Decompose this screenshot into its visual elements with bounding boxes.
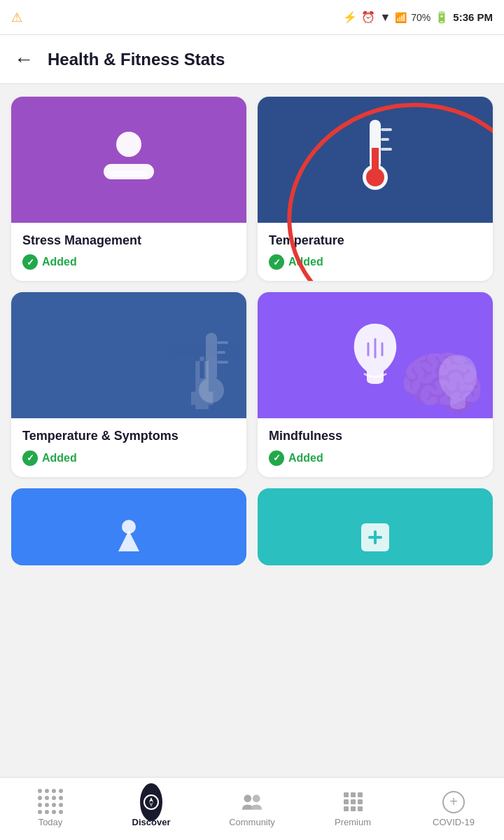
svg-marker-24 <box>149 797 153 802</box>
temperature-check-icon <box>269 254 284 270</box>
today-label: Today <box>38 817 63 827</box>
battery-percentage: 70% <box>411 12 430 23</box>
svg-point-27 <box>253 794 260 802</box>
svg-point-12 <box>199 378 224 403</box>
nav-item-discover[interactable]: Discover <box>116 791 186 827</box>
temp-symptoms-card-body: Temperature & Symptoms Added <box>11 418 246 476</box>
stress-card-body: Stress Management Added <box>11 223 246 281</box>
status-bar: ⚠ ⚡ ⏰ ▼ 📶 70% 🔋 5:36 PM <box>0 0 504 35</box>
back-button[interactable]: ← <box>14 50 34 69</box>
signal-icon: 📶 <box>395 12 407 23</box>
battery-icon: 🔋 <box>435 11 449 24</box>
stress-icon <box>94 125 164 195</box>
people-icon <box>241 792 263 812</box>
partial-card-2 <box>258 488 493 565</box>
temperature-card-title: Temperature <box>269 233 482 249</box>
mindfulness-card-image <box>258 292 493 418</box>
stress-added-badge: Added <box>22 254 235 270</box>
covid19-icon: + <box>442 791 465 813</box>
stress-added-label: Added <box>42 256 77 268</box>
header: ← Health & Fitness Stats <box>0 35 504 84</box>
discover-btn <box>140 783 162 821</box>
temp-symptoms-check-icon <box>22 450 38 466</box>
cards-grid: Stress Management Added <box>0 84 504 578</box>
partial-card-1 <box>11 488 246 565</box>
clock: 5:36 PM <box>453 11 493 23</box>
mindfulness-added-label: Added <box>288 452 323 464</box>
stress-check-icon <box>22 254 38 270</box>
dot-grid-icon <box>38 789 64 815</box>
bottom-nav: Today Discover Comm <box>0 777 504 840</box>
svg-rect-2 <box>109 171 148 177</box>
temp-symptoms-bg-icon <box>183 327 239 418</box>
partial-card-2-icon <box>351 516 400 558</box>
partial-card-1-icon <box>104 516 153 558</box>
community-label: Community <box>229 817 275 827</box>
status-bar-right: ⚡ ⏰ ▼ 📶 70% 🔋 5:36 PM <box>343 11 493 24</box>
temp-symptoms-card-image <box>11 292 246 418</box>
temp-symptoms-added-badge: Added <box>22 450 235 466</box>
temp-symptoms-card[interactable]: Temperature & Symptoms Added <box>11 292 246 476</box>
mindfulness-bg-icon <box>426 348 489 418</box>
bluetooth-icon: ⚡ <box>343 11 357 24</box>
nav-item-covid19[interactable]: + COVID-19 <box>419 791 489 827</box>
temperature-card-image <box>258 97 493 223</box>
mindfulness-card[interactable]: Mindfulness Added <box>258 292 493 476</box>
temperature-card[interactable]: Temperature Added <box>258 97 493 281</box>
wifi-icon: ▼ <box>379 11 391 24</box>
mindfulness-card-body: Mindfulness Added <box>258 418 493 476</box>
premium-icon <box>342 791 364 813</box>
stress-management-card[interactable]: Stress Management Added <box>11 97 246 281</box>
warning-icon: ⚠ <box>11 10 22 25</box>
stress-card-image <box>11 97 246 223</box>
temperature-card-body: Temperature Added <box>258 223 493 281</box>
mindfulness-icon <box>340 317 410 394</box>
covid19-label: COVID-19 <box>433 817 475 827</box>
svg-point-26 <box>244 794 251 802</box>
temp-symptoms-card-title: Temperature & Symptoms <box>22 428 235 444</box>
premium-dots-icon <box>344 792 363 811</box>
mindfulness-added-badge: Added <box>269 450 482 466</box>
stress-card-title: Stress Management <box>22 233 235 249</box>
compass-icon <box>142 793 160 811</box>
plus-circle-icon: + <box>442 791 465 813</box>
temperature-added-badge: Added <box>269 254 482 270</box>
today-icon <box>39 791 62 813</box>
temp-symptoms-added-label: Added <box>42 452 77 464</box>
nav-item-community[interactable]: Community <box>217 791 287 827</box>
mindfulness-check-icon <box>269 450 284 466</box>
status-bar-left: ⚠ <box>11 10 22 25</box>
svg-rect-11 <box>206 333 217 382</box>
discover-label: Discover <box>132 817 171 827</box>
premium-label: Premium <box>335 817 371 827</box>
nav-item-premium[interactable]: Premium <box>318 791 388 827</box>
nav-item-today[interactable]: Today <box>15 791 85 827</box>
community-icon <box>241 791 263 813</box>
page-title: Health & Fitness Stats <box>48 50 225 69</box>
temperature-added-label: Added <box>288 256 323 268</box>
svg-marker-25 <box>149 802 153 807</box>
alarm-icon: ⏰ <box>361 11 375 24</box>
main-content: Stress Management Added <box>0 84 504 648</box>
discover-icon <box>140 791 162 813</box>
svg-point-6 <box>366 168 384 186</box>
mindfulness-card-title: Mindfulness <box>269 428 482 444</box>
svg-point-0 <box>116 132 141 157</box>
thermometer-icon <box>347 114 403 205</box>
